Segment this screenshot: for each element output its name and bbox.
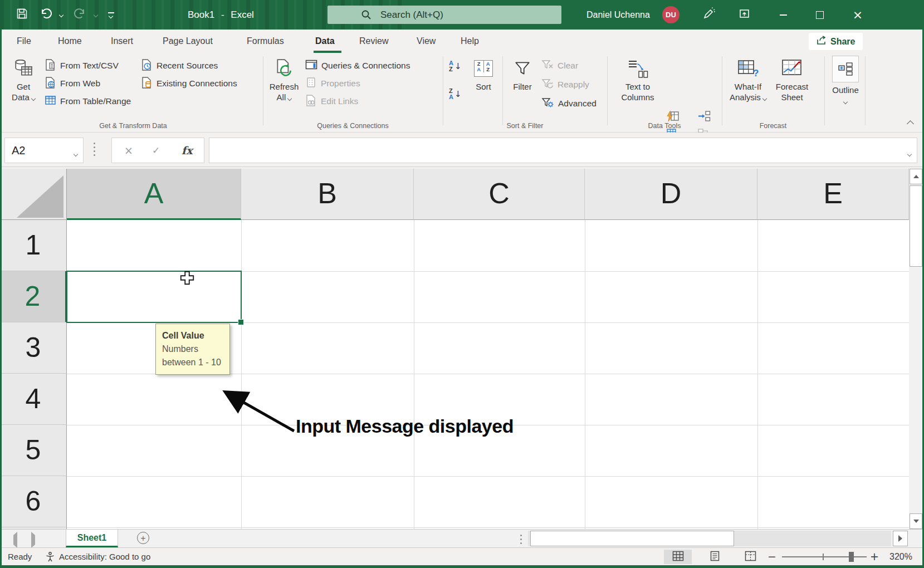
zoom-level[interactable]: 320% [889,548,912,565]
search-input[interactable] [327,6,561,24]
tab-review[interactable]: Review [359,30,388,53]
accessibility-status[interactable]: Accessibility: Good to go [59,548,150,565]
column-header-c[interactable]: C [414,169,585,220]
sheet-tab-sheet1[interactable]: Sheet1 [66,530,118,547]
name-box-resize-handle[interactable] [94,143,95,156]
formula-buttons: × ✓ fx [111,138,204,163]
sort-za-icon: ZA ↓ [449,88,462,100]
quick-access-toolbar-menu[interactable] [104,0,118,30]
vertical-scroll-thumb[interactable] [910,185,922,267]
tab-view[interactable]: View [417,30,436,53]
page-break-preview-button[interactable] [736,550,764,564]
maximize-button[interactable] [805,0,834,30]
zoom-slider-thumb[interactable] [849,552,854,562]
from-web-icon [45,77,56,91]
sheet-nav-next-icon[interactable] [31,535,35,545]
scroll-down-button[interactable] [910,513,922,529]
text-to-columns-button[interactable]: Text to Columns [617,56,658,123]
select-all-corner[interactable] [0,169,67,220]
row-header-5[interactable]: 5 [0,425,67,476]
collapse-ribbon-button[interactable] [908,119,913,129]
search-field[interactable] [379,9,549,21]
tab-help[interactable]: Help [461,30,479,53]
from-text-csv-button[interactable]: From Text/CSV [45,58,119,74]
column-header-a[interactable]: A [67,169,241,220]
save-icon [16,8,28,22]
sort-button[interactable]: ZA AZ Sort [470,56,497,123]
redo-button[interactable] [70,0,90,30]
feedback-button[interactable] [696,0,721,30]
save-button[interactable] [10,0,33,30]
recent-sources-button[interactable]: Recent Sources [141,58,218,74]
close-button[interactable]: × [842,0,873,30]
fill-handle[interactable] [238,319,244,325]
formula-input[interactable] [209,138,917,163]
zoom-slider-track[interactable] [782,556,867,557]
sort-az-icon: AZ ↓ [449,60,462,72]
from-table-range-button[interactable]: From Table/Range [45,94,131,109]
sort-ascending-button[interactable]: AZ ↓ [449,58,462,74]
group-label-forecast: Forecast [722,122,824,130]
tab-formulas[interactable]: Formulas [247,30,284,53]
tab-file[interactable]: File [17,30,31,53]
forecast-sheet-button[interactable]: Forecast Sheet [773,56,811,123]
annotation-text: Input Message displayed [296,415,514,437]
horizontal-scroll-thumb[interactable] [530,531,734,546]
scroll-up-button[interactable] [910,169,922,184]
undo-dropdown[interactable] [56,0,67,30]
enter-icon[interactable]: ✓ [152,138,160,163]
outline-button[interactable]: Outline [830,56,861,123]
ribbon-display-options-button[interactable] [732,0,756,30]
row-header-2[interactable]: 2 [0,271,67,322]
queries-connections-button[interactable]: Queries & Connections [305,58,410,74]
edit-links-button[interactable]: Edit Links [305,94,358,109]
column-header-d[interactable]: D [585,169,757,220]
advanced-filter-button[interactable]: Advanced [541,96,597,111]
undo-button[interactable] [36,0,56,30]
row-header-4[interactable]: 4 [0,374,67,425]
tab-page-layout[interactable]: Page Layout [163,30,213,53]
filter-button[interactable]: Filter [508,56,537,123]
row-header-3[interactable]: 3 [0,322,67,374]
avatar[interactable]: DU [662,6,679,23]
cancel-icon[interactable]: × [124,138,133,163]
column-header-b[interactable]: B [241,169,414,220]
name-box[interactable]: A2 [4,138,84,163]
new-sheet-button[interactable]: + [137,532,149,544]
normal-view-button[interactable] [664,550,692,564]
minimize-button[interactable] [769,0,798,30]
tab-home[interactable]: Home [58,30,82,53]
scroll-right-button[interactable] [893,531,908,546]
insert-function-icon[interactable]: fx [182,138,193,163]
reapply-filter-button[interactable]: Reapply [541,77,589,92]
name-box-dropdown-icon[interactable] [74,148,77,158]
row-header-1[interactable]: 1 [0,220,67,271]
existing-connections-button[interactable]: Existing Connections [141,76,237,91]
get-data-button[interactable]: Get Data [6,56,41,123]
tab-splitter-handle[interactable] [520,535,522,544]
tab-insert[interactable]: Insert [111,30,133,53]
sheet-nav-prev-icon[interactable] [13,535,17,545]
column-header-e[interactable]: E [757,169,909,220]
row-header-6[interactable]: 6 [0,476,67,527]
cell-cursor-icon [179,270,195,288]
expand-formula-bar-icon[interactable] [908,148,911,158]
zoom-out-button[interactable]: − [767,548,776,565]
vertical-scrollbar[interactable] [909,169,922,529]
zoom-in-button[interactable]: + [870,548,879,565]
close-icon: × [853,8,863,22]
sort-descending-button[interactable]: ZA ↓ [449,86,462,102]
properties-button[interactable]: Properties [305,76,360,91]
redo-dropdown[interactable] [90,0,101,30]
page-layout-view-button[interactable] [701,550,729,564]
ribbon: Get Data From Text/CSV From Web From Tab… [0,53,924,133]
horizontal-scrollbar[interactable] [528,531,891,546]
from-web-button[interactable]: From Web [45,76,100,91]
tab-data[interactable]: Data [315,30,335,53]
refresh-all-button[interactable]: Refresh All [266,56,302,123]
what-if-analysis-button[interactable]: ? What-If Analysis [727,56,769,123]
clear-filter-button[interactable]: Clear [541,58,578,74]
edit-links-icon [305,95,317,109]
selected-cell-a2[interactable] [66,271,242,323]
share-button[interactable]: Share [809,33,863,50]
